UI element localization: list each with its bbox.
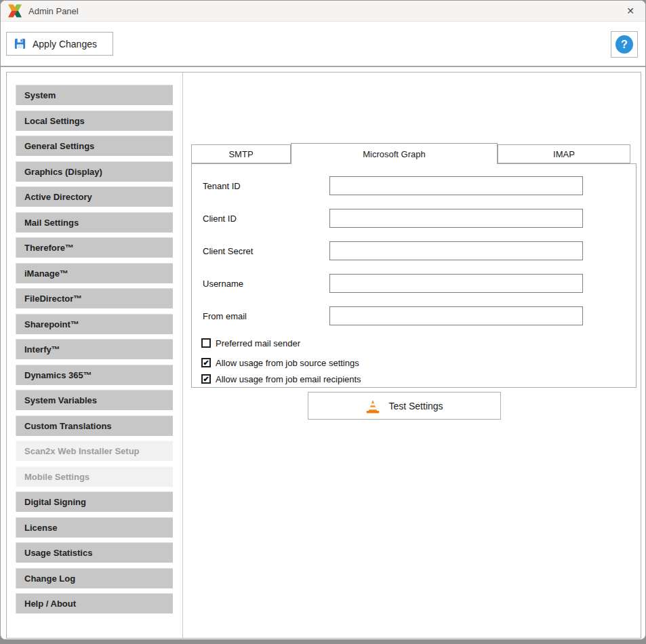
checkbox-row: ✔Allow usage from job source settings — [201, 357, 359, 368]
sidebar-item-system[interactable]: System — [16, 85, 173, 105]
sidebar-item-label: Dynamics 365™ — [24, 370, 92, 380]
tenant-id-input[interactable] — [329, 176, 583, 195]
mail-tab-bar: SMTPMicrosoft GraphIMAP — [191, 142, 630, 163]
tab-microsoft-graph[interactable]: Microsoft Graph — [291, 143, 498, 164]
allow-usage-from-job-email-recipients-checkbox[interactable]: ✔ — [201, 374, 211, 384]
sidebar-item-imanage[interactable]: iManage™ — [16, 263, 173, 283]
from-email-input[interactable] — [329, 306, 583, 325]
sidebar-item-label: Custom Translations — [24, 421, 112, 431]
client-secret-label: Client Secret — [203, 246, 329, 256]
field-row: Client Secret — [203, 241, 583, 260]
sidebar-item-usage-statistics[interactable]: Usage Statistics — [16, 542, 173, 563]
preferred-mail-sender-checkbox[interactable] — [201, 338, 211, 348]
sidebar-item-label: Change Log — [24, 573, 75, 584]
tenant-id-label: Tenant ID — [203, 181, 329, 191]
sidebar-item-mail-settings[interactable]: Mail Settings — [16, 212, 173, 233]
sidebar-item-license[interactable]: License — [16, 517, 173, 538]
sidebar-item-interfy[interactable]: Interfy™ — [16, 339, 173, 359]
app-logo-icon — [7, 4, 22, 18]
client-id-input[interactable] — [329, 209, 583, 228]
sidebar-divider — [182, 73, 183, 638]
sidebar-item-custom-translations[interactable]: Custom Translations — [16, 416, 173, 436]
titlebar: Admin Panel ✕ — [1, 1, 645, 22]
microsoft-graph-panel: Tenant IDClient IDClient SecretUsernameF… — [191, 163, 637, 388]
window-title: Admin Panel — [28, 6, 79, 16]
sidebar-item-label: System — [24, 90, 56, 100]
sidebar-item-label: General Settings — [24, 141, 94, 151]
sidebar-item-label: Help / About — [24, 599, 76, 609]
sidebar-item-graphics-display[interactable]: Graphics (Display) — [16, 161, 173, 182]
apply-changes-label: Apply Changes — [33, 39, 97, 49]
main-content: SystemLocal SettingsGeneral SettingsGrap… — [6, 72, 641, 639]
toolbar: Apply Changes ? — [1, 22, 645, 67]
save-icon — [14, 37, 26, 50]
tab-smtp[interactable]: SMTP — [191, 144, 291, 163]
test-settings-button[interactable]: Test Settings — [308, 392, 501, 420]
admin-panel-window: Admin Panel ✕ Apply Changes ? SystemLoca… — [0, 0, 646, 640]
checkbox-label: Preferred mail sender — [216, 338, 300, 348]
sidebar-item-label: Mail Settings — [24, 218, 79, 228]
sidebar-item-label: Active Directory — [24, 192, 92, 202]
checkbox-label: Allow usage from job source settings — [216, 358, 359, 368]
sidebar-item-label: FileDirector™ — [24, 294, 82, 304]
sidebar-item-therefore[interactable]: Therefore™ — [16, 237, 173, 258]
field-row: From email — [203, 306, 583, 325]
sidebar-item-general-settings[interactable]: General Settings — [16, 136, 173, 156]
help-button[interactable]: ? — [611, 31, 638, 58]
sidebar-item-label: Local Settings — [24, 116, 85, 126]
sidebar-item-label: Mobile Settings — [24, 472, 89, 482]
client-secret-input[interactable] — [329, 241, 583, 260]
apply-changes-button[interactable]: Apply Changes — [6, 32, 113, 56]
close-icon[interactable]: ✕ — [620, 3, 641, 19]
field-row: Tenant ID — [203, 176, 583, 195]
sidebar-item-local-settings[interactable]: Local Settings — [16, 110, 173, 131]
sidebar-item-filedirector[interactable]: FileDirector™ — [16, 288, 173, 308]
username-label: Username — [203, 279, 329, 289]
sidebar-item-label: Digital Signing — [24, 497, 86, 507]
sidebar-item-label: System Variables — [24, 395, 97, 405]
sidebar-item-digital-signing[interactable]: Digital Signing — [16, 491, 173, 512]
sidebar-item-dynamics-365[interactable]: Dynamics 365™ — [16, 365, 173, 385]
from-email-label: From email — [203, 311, 329, 321]
sidebar-item-label: Sharepoint™ — [24, 319, 79, 329]
help-icon: ? — [615, 35, 633, 54]
sidebar-item-label: Scan2x Web Installer Setup — [24, 446, 140, 456]
sidebar-item-sharepoint[interactable]: Sharepoint™ — [16, 314, 173, 334]
checkbox-row: ✔Allow usage from job email recipients — [201, 374, 361, 384]
username-input[interactable] — [329, 274, 583, 293]
sidebar-item-help-about[interactable]: Help / About — [16, 593, 173, 613]
sidebar-item-label: iManage™ — [24, 268, 68, 279]
sidebar-item-active-directory[interactable]: Active Directory — [16, 186, 173, 207]
client-id-label: Client ID — [203, 214, 329, 224]
sidebar-item-label: License — [24, 523, 57, 533]
sidebar-item-label: Graphics (Display) — [24, 167, 102, 177]
sidebar: SystemLocal SettingsGeneral SettingsGrap… — [16, 85, 173, 613]
field-row: Username — [203, 274, 583, 293]
sidebar-item-scan2x-web-installer-setup[interactable]: Scan2x Web Installer Setup — [16, 441, 173, 461]
checkbox-label: Allow usage from job email recipients — [216, 374, 361, 384]
sidebar-item-label: Therefore™ — [24, 243, 74, 253]
allow-usage-from-job-source-settings-checkbox[interactable]: ✔ — [201, 358, 211, 367]
traffic-cone-icon — [365, 399, 380, 414]
sidebar-item-label: Interfy™ — [24, 344, 60, 355]
checkbox-row: Preferred mail sender — [201, 338, 300, 348]
test-settings-label: Test Settings — [388, 401, 443, 411]
sidebar-item-system-variables[interactable]: System Variables — [16, 390, 173, 410]
field-row: Client ID — [203, 209, 583, 228]
sidebar-item-mobile-settings[interactable]: Mobile Settings — [16, 466, 173, 487]
tab-imap[interactable]: IMAP — [498, 144, 630, 163]
sidebar-item-label: Usage Statistics — [24, 548, 92, 558]
sidebar-item-change-log[interactable]: Change Log — [16, 568, 173, 588]
